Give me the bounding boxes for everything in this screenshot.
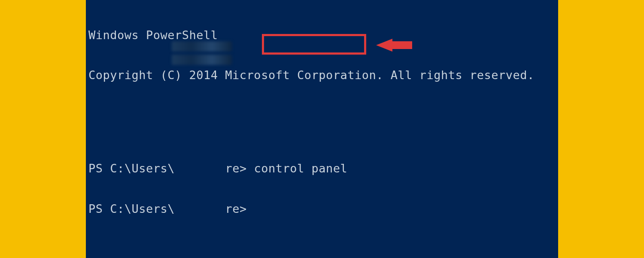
arrow-icon bbox=[376, 39, 392, 52]
prompt-prefix: PS C:\Users\ bbox=[88, 162, 175, 175]
prompt-prefix: PS C:\Users\ bbox=[88, 202, 175, 215]
prompt-line-2[interactable]: PS C:\Users\ re> bbox=[88, 202, 556, 215]
typed-command: control panel bbox=[254, 162, 347, 175]
blank-line bbox=[88, 108, 556, 122]
redacted-username-2 bbox=[172, 55, 232, 65]
powershell-window[interactable]: Windows PowerShell Copyright (C) 2014 Mi… bbox=[86, 0, 558, 258]
copyright-line: Copyright (C) 2014 Microsoft Corporation… bbox=[88, 68, 556, 82]
prompt-suffix: re> bbox=[225, 202, 246, 215]
prompt-line-1: PS C:\Users\ re> control panel bbox=[88, 162, 556, 175]
prompt-suffix: re> bbox=[225, 162, 246, 175]
redacted-username-1 bbox=[172, 41, 232, 52]
arrow-stem bbox=[392, 41, 412, 49]
highlight-box bbox=[262, 34, 366, 55]
